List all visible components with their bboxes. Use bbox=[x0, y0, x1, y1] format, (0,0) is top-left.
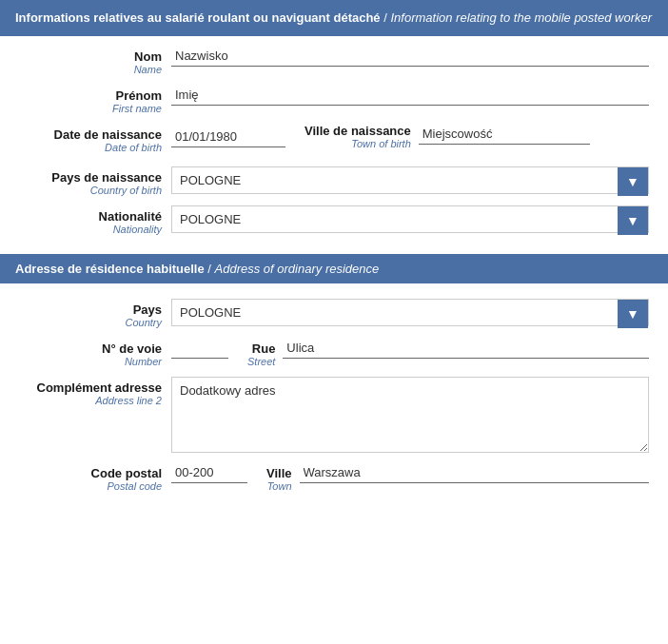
ville-naissance-group: Ville de naissance Town of birth bbox=[305, 124, 590, 149]
postal-label-en: Postal code bbox=[19, 480, 162, 492]
complement-label-group: Complément adresse Address line 2 bbox=[19, 377, 171, 406]
voie-rue-fields: Rue Street bbox=[171, 338, 649, 367]
address-section-header: Adresse de résidence habituelle / Addres… bbox=[0, 254, 668, 283]
postal-ville-row: Code postal Postal code Ville Town bbox=[19, 462, 649, 492]
pays-naissance-label-en: Country of birth bbox=[19, 185, 162, 196]
postal-label-group: Code postal Postal code bbox=[19, 462, 171, 492]
rue-label-fr: Rue bbox=[247, 342, 275, 356]
nationalite-chevron[interactable]: ▼ bbox=[618, 206, 648, 235]
ville-label-en: Town bbox=[266, 480, 292, 492]
prenom-input[interactable] bbox=[171, 85, 649, 106]
complement-textarea[interactable] bbox=[171, 377, 649, 453]
address-section: Pays Country POLOGNE FRANCE ALLEMAGNE ▼ … bbox=[0, 283, 668, 511]
pays-naissance-chevron[interactable]: ▼ bbox=[618, 167, 648, 196]
ville-group: Ville Town bbox=[266, 462, 649, 492]
form-section: Nom Name Prénom First name Date de naiss… bbox=[0, 36, 668, 254]
ville-input[interactable] bbox=[300, 462, 649, 483]
pays-row: Pays Country POLOGNE FRANCE ALLEMAGNE ▼ bbox=[19, 299, 649, 328]
ville-naissance-input[interactable] bbox=[419, 124, 590, 145]
rue-label-en: Street bbox=[247, 356, 275, 367]
address-header-en: Address of ordinary residence bbox=[215, 262, 380, 276]
nom-row: Nom Name bbox=[19, 46, 649, 75]
pays-naissance-label-fr: Pays de naissance bbox=[19, 170, 162, 185]
prenom-label-fr: Prénom bbox=[19, 88, 162, 103]
pays-field: POLOGNE FRANCE ALLEMAGNE ▼ bbox=[171, 299, 649, 326]
date-label-group: Date de naissance Date of birth bbox=[19, 124, 171, 153]
section-header: Informations relatives au salarié roulan… bbox=[0, 0, 668, 36]
pays-label-group: Pays Country bbox=[19, 299, 171, 328]
nationalite-row: Nationalité Nationality POLOGNE FRANCE A… bbox=[19, 205, 649, 235]
nationalite-label-group: Nationalité Nationality bbox=[19, 205, 171, 235]
date-naissance-input[interactable] bbox=[171, 127, 285, 147]
pays-naissance-select-wrapper[interactable]: POLOGNE FRANCE ALLEMAGNE ▼ bbox=[171, 166, 649, 194]
pays-naissance-select[interactable]: POLOGNE FRANCE ALLEMAGNE bbox=[172, 167, 648, 193]
pays-naissance-field: POLOGNE FRANCE ALLEMAGNE ▼ bbox=[171, 166, 649, 194]
ville-label-fr: Ville bbox=[266, 466, 292, 480]
date-label-en: Date of birth bbox=[19, 142, 162, 153]
date-label-fr: Date de naissance bbox=[19, 127, 162, 142]
prenom-label-group: Prénom First name bbox=[19, 85, 171, 114]
birth-fields: Ville de naissance Town of birth bbox=[171, 124, 649, 149]
numero-label-group: N° de voie Number bbox=[19, 338, 171, 367]
numero-label-fr: N° de voie bbox=[19, 342, 162, 356]
pays-naissance-label-group: Pays de naissance Country of birth bbox=[19, 166, 171, 196]
numero-label-en: Number bbox=[19, 356, 162, 367]
pays-label-en: Country bbox=[19, 317, 162, 328]
pays-label-fr: Pays bbox=[19, 302, 162, 317]
nom-field-group bbox=[171, 46, 649, 67]
nationalite-select-wrapper[interactable]: POLOGNE FRANCE ALLEMAGNE ▼ bbox=[171, 205, 649, 233]
ville-naissance-label-fr: Ville de naissance bbox=[305, 124, 411, 138]
prenom-row: Prénom First name bbox=[19, 85, 649, 114]
rue-group: Rue Street bbox=[247, 338, 649, 367]
address-header-fr: Adresse de résidence habituelle bbox=[15, 262, 205, 276]
pays-select[interactable]: POLOGNE FRANCE ALLEMAGNE bbox=[172, 300, 648, 325]
numero-input[interactable] bbox=[171, 338, 228, 359]
ville-naissance-label-en: Town of birth bbox=[305, 138, 411, 149]
nom-label-en: Name bbox=[19, 64, 162, 75]
rue-input[interactable] bbox=[283, 338, 649, 359]
complement-label-fr: Complément adresse bbox=[19, 381, 162, 395]
complement-label-en: Address line 2 bbox=[19, 395, 162, 406]
header-title-en: Information relating to the mobile poste… bbox=[390, 10, 652, 25]
pays-chevron[interactable]: ▼ bbox=[618, 300, 648, 328]
complement-field bbox=[171, 377, 649, 453]
code-postal-input[interactable] bbox=[171, 462, 247, 483]
birth-row: Date de naissance Date of birth Ville de… bbox=[19, 124, 649, 153]
pays-select-wrapper[interactable]: POLOGNE FRANCE ALLEMAGNE ▼ bbox=[171, 299, 649, 326]
prenom-label-en: First name bbox=[19, 103, 162, 114]
nationalite-label-en: Nationality bbox=[19, 224, 162, 235]
pays-naissance-row: Pays de naissance Country of birth POLOG… bbox=[19, 166, 649, 196]
nom-label-group: Nom Name bbox=[19, 46, 171, 75]
nom-input[interactable] bbox=[171, 46, 649, 67]
nationalite-label-fr: Nationalité bbox=[19, 209, 162, 224]
header-title-fr: Informations relatives au salarié roulan… bbox=[15, 10, 381, 25]
nom-label-fr: Nom bbox=[19, 49, 162, 64]
nationalite-field: POLOGNE FRANCE ALLEMAGNE ▼ bbox=[171, 205, 649, 233]
postal-ville-fields: Ville Town bbox=[171, 462, 649, 492]
prenom-field-group bbox=[171, 85, 649, 106]
postal-label-fr: Code postal bbox=[19, 466, 162, 480]
nationalite-select[interactable]: POLOGNE FRANCE ALLEMAGNE bbox=[172, 206, 648, 232]
voie-rue-row: N° de voie Number Rue Street bbox=[19, 338, 649, 367]
complement-row: Complément adresse Address line 2 bbox=[19, 377, 649, 453]
